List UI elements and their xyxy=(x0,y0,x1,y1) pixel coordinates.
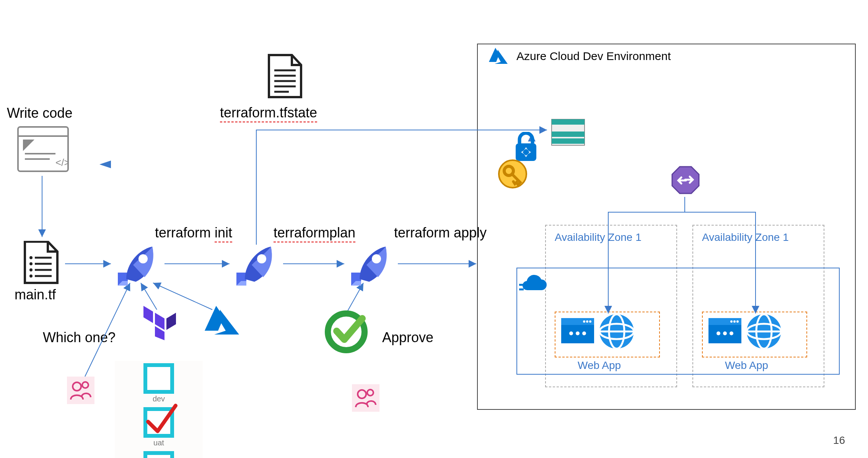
svg-point-39 xyxy=(358,390,366,398)
users-icon xyxy=(67,377,94,404)
svg-rect-42 xyxy=(552,119,585,125)
users-box-2 xyxy=(352,384,379,412)
svg-text:</>: </> xyxy=(55,157,69,168)
svg-marker-32 xyxy=(143,306,153,323)
page-number: 16 xyxy=(833,434,845,447)
document-icon xyxy=(266,54,304,101)
which-one-label: Which one? xyxy=(43,330,116,346)
svg-point-38 xyxy=(82,382,88,388)
storage-account-icon xyxy=(551,119,585,148)
pipeline-init-icon xyxy=(115,243,161,290)
svg-point-72 xyxy=(717,331,720,335)
approve-check-icon xyxy=(323,309,369,356)
env-uat-label: uat xyxy=(115,439,203,447)
terraform-init-label: terraform init xyxy=(155,225,232,242)
pipeline-plan-icon xyxy=(233,243,279,290)
file-icon xyxy=(21,241,59,286)
window-icon-1 xyxy=(560,317,595,346)
svg-point-58 xyxy=(589,320,591,323)
env-dev-label: dev xyxy=(115,395,203,403)
terraform-icon xyxy=(142,302,178,342)
env-dev-checkbox[interactable] xyxy=(143,363,174,394)
terraformplan-label: terraformplan xyxy=(274,225,355,242)
terraform-apply-label: terraform apply xyxy=(394,225,487,241)
key-icon xyxy=(497,159,528,191)
write-code-label: Write code xyxy=(7,105,72,121)
azure-icon-small xyxy=(203,304,241,338)
svg-point-74 xyxy=(730,331,733,335)
svg-point-20 xyxy=(29,268,33,271)
env-uat-checkbox[interactable] xyxy=(143,407,174,438)
svg-point-18 xyxy=(29,262,33,265)
svg-point-69 xyxy=(733,320,736,323)
svg-point-70 xyxy=(736,320,739,323)
svg-point-22 xyxy=(29,274,33,278)
svg-point-30 xyxy=(257,254,266,263)
svg-point-31 xyxy=(372,254,381,263)
svg-rect-43 xyxy=(552,132,585,137)
webapp-label-1: Web App xyxy=(578,359,621,372)
az-zone-2-label: Availability Zone 1 xyxy=(702,231,789,244)
main-tf-label: main.tf xyxy=(15,287,56,303)
svg-point-61 xyxy=(576,331,580,335)
app-service-icon-2 xyxy=(746,313,782,351)
load-balancer-icon xyxy=(671,165,700,197)
approve-label: Approve xyxy=(382,330,433,346)
svg-point-40 xyxy=(367,390,373,396)
svg-point-71 xyxy=(730,320,733,323)
terraform-tfstate-label: terraform.tfstate xyxy=(220,105,317,122)
azure-env-label: Azure Cloud Dev Environment xyxy=(516,50,671,63)
cloud-icon xyxy=(518,273,548,296)
svg-marker-12 xyxy=(23,140,34,151)
svg-point-57 xyxy=(586,320,588,323)
svg-point-59 xyxy=(583,320,585,323)
svg-marker-34 xyxy=(166,313,176,330)
window-icon-2 xyxy=(708,317,742,346)
svg-point-62 xyxy=(582,331,586,335)
users-box-1 xyxy=(67,377,94,404)
env-prd-checkbox[interactable] xyxy=(143,451,174,458)
app-service-icon-1 xyxy=(599,313,635,351)
users-icon xyxy=(352,384,379,412)
azure-icon xyxy=(488,47,509,67)
pipeline-apply-icon xyxy=(348,243,394,290)
svg-point-37 xyxy=(73,382,81,391)
code-editor-icon: </> xyxy=(17,126,69,174)
svg-point-60 xyxy=(569,331,573,335)
env-selector: dev uat prd xyxy=(115,361,203,458)
webapp-label-2: Web App xyxy=(725,359,768,372)
az-zone-1-label: Availability Zone 1 xyxy=(555,231,642,244)
svg-point-16 xyxy=(29,256,33,259)
svg-point-73 xyxy=(723,331,727,335)
svg-point-29 xyxy=(138,254,148,263)
svg-rect-44 xyxy=(552,138,585,144)
